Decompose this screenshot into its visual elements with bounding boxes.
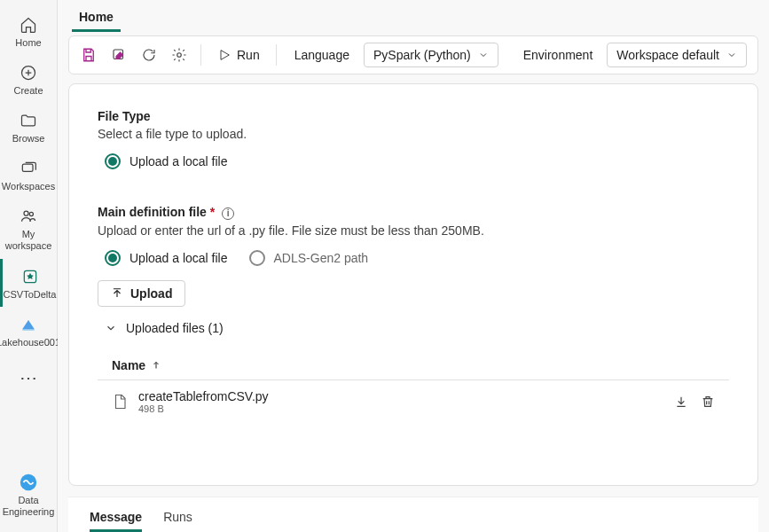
left-nav-rail: Home Create Browse Workspaces My workspa… bbox=[0, 0, 58, 532]
bottom-tabs: Message Runs bbox=[68, 497, 758, 532]
file-row: createTablefromCSV.py 498 B bbox=[98, 380, 729, 423]
chevron-down-icon bbox=[105, 322, 117, 334]
rail-data-engineering[interactable]: Data Engineering bbox=[0, 465, 57, 525]
chevron-down-icon bbox=[478, 50, 489, 60]
required-asterisk: * bbox=[210, 205, 215, 219]
file-type-radio-local[interactable]: Upload a local file bbox=[105, 153, 729, 169]
uploaded-files-label: Uploaded files (1) bbox=[126, 321, 224, 335]
rail-label: Data Engineering bbox=[0, 495, 57, 518]
plus-circle-icon bbox=[18, 62, 39, 83]
environment-dropdown[interactable]: Workspace default bbox=[607, 43, 747, 67]
delete-button[interactable] bbox=[701, 395, 715, 409]
upload-button[interactable]: Upload bbox=[98, 280, 185, 307]
info-icon[interactable]: i bbox=[222, 207, 234, 220]
page-tabs: Home bbox=[58, 0, 769, 32]
file-list: Name createTablefromCSV.py 498 B bbox=[98, 351, 729, 423]
folder-icon bbox=[18, 110, 39, 131]
environment-value: Workspace default bbox=[616, 48, 719, 62]
edit-button[interactable] bbox=[106, 43, 131, 67]
main-def-radio-adls[interactable]: ADLS-Gen2 path bbox=[249, 250, 369, 266]
svg-rect-1 bbox=[22, 164, 33, 171]
lakehouse-icon bbox=[18, 314, 39, 335]
stack-icon bbox=[18, 158, 39, 179]
svg-point-3 bbox=[29, 212, 33, 215]
data-engineering-icon bbox=[18, 472, 39, 493]
language-value: PySpark (Python) bbox=[373, 48, 471, 62]
run-button[interactable]: Run bbox=[210, 48, 267, 62]
tab-runs[interactable]: Runs bbox=[163, 510, 192, 532]
file-type-desc: Select a file type to upload. bbox=[98, 127, 729, 141]
file-type-title: File Type bbox=[98, 109, 729, 123]
settings-button[interactable] bbox=[167, 43, 192, 67]
rail-label: Lakehouse001 bbox=[0, 337, 60, 348]
uploaded-files-toggle[interactable]: Uploaded files (1) bbox=[105, 321, 729, 335]
toolbar: Run Language PySpark (Python) Environmen… bbox=[68, 35, 758, 74]
rail-workspaces[interactable]: Workspaces bbox=[0, 151, 57, 199]
rail-label: Create bbox=[13, 85, 43, 96]
main-def-radio-local[interactable]: Upload a local file bbox=[105, 250, 228, 266]
content-panel: File Type Select a file type to upload. … bbox=[68, 83, 758, 486]
file-header-name[interactable]: Name bbox=[98, 351, 729, 380]
file-name: createTablefromCSV.py bbox=[138, 389, 674, 403]
radio-unselected-icon bbox=[249, 250, 265, 266]
rail-more[interactable]: ⋯ bbox=[20, 356, 37, 399]
file-meta: createTablefromCSV.py 498 B bbox=[138, 389, 674, 414]
rail-label: Browse bbox=[12, 133, 45, 144]
main-definition-section: Main definition file * i Upload or enter… bbox=[98, 205, 729, 423]
radio-label: Upload a local file bbox=[129, 251, 228, 265]
download-button[interactable] bbox=[674, 395, 688, 409]
run-label: Run bbox=[237, 48, 260, 62]
chevron-down-icon bbox=[726, 50, 737, 60]
rail-label: My workspace bbox=[0, 229, 57, 252]
language-dropdown[interactable]: PySpark (Python) bbox=[364, 43, 498, 67]
main-def-title: Main definition file * i bbox=[98, 205, 729, 220]
radio-selected-icon bbox=[105, 153, 121, 169]
tab-message[interactable]: Message bbox=[90, 510, 142, 532]
rail-lakehouse[interactable]: Lakehouse001 bbox=[0, 307, 57, 356]
save-button[interactable] bbox=[76, 43, 101, 67]
sort-asc-icon bbox=[151, 360, 161, 371]
rail-csvtodelta[interactable]: CSVToDelta bbox=[0, 259, 57, 307]
upload-icon bbox=[111, 287, 123, 300]
rail-my-workspace[interactable]: My workspace bbox=[0, 199, 57, 259]
play-icon bbox=[217, 48, 231, 62]
rail-label: Workspaces bbox=[2, 181, 55, 192]
radio-label: Upload a local file bbox=[129, 154, 228, 168]
rail-label: CSVToDelta bbox=[4, 289, 57, 300]
svg-point-7 bbox=[177, 53, 182, 58]
refresh-button[interactable] bbox=[137, 43, 161, 67]
main-def-desc: Upload or enter the url of a .py file. F… bbox=[98, 223, 729, 238]
rail-home[interactable]: Home bbox=[0, 7, 57, 55]
svg-point-2 bbox=[24, 211, 28, 215]
language-label: Language bbox=[286, 48, 358, 62]
environment-label: Environment bbox=[514, 48, 602, 62]
rail-create[interactable]: Create bbox=[0, 55, 57, 103]
file-size: 498 B bbox=[138, 403, 674, 414]
file-type-section: File Type Select a file type to upload. … bbox=[98, 109, 729, 169]
home-icon bbox=[18, 14, 39, 35]
upload-label: Upload bbox=[130, 286, 172, 301]
radio-label: ADLS-Gen2 path bbox=[274, 251, 369, 265]
people-icon bbox=[18, 206, 39, 227]
radio-selected-icon bbox=[105, 250, 121, 266]
main-area: Home Run Language PySpark (Python) Envir… bbox=[58, 0, 769, 532]
rail-label: Home bbox=[15, 37, 41, 48]
tab-home[interactable]: Home bbox=[72, 4, 121, 32]
rail-browse[interactable]: Browse bbox=[0, 103, 57, 151]
spark-icon bbox=[20, 266, 41, 287]
file-icon bbox=[112, 394, 128, 410]
